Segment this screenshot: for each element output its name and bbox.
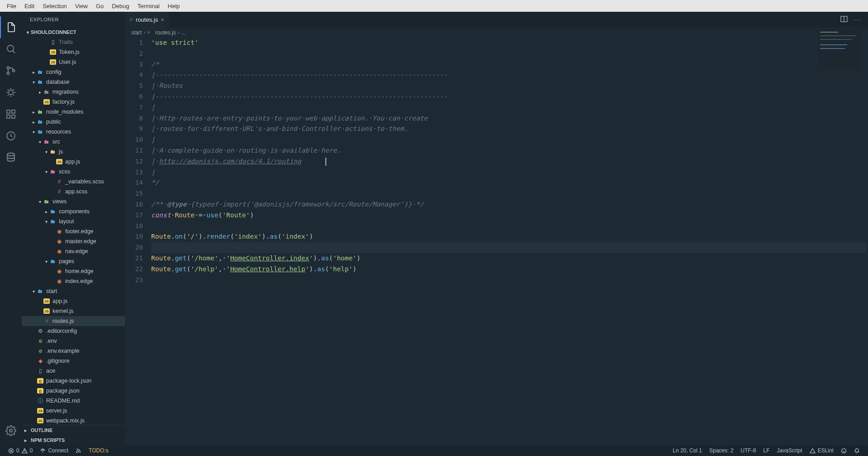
tree-file[interactable]: ◉index.edge bbox=[22, 276, 125, 286]
tree-file[interactable]: JSToken.js bbox=[22, 47, 125, 57]
tree-folder[interactable]: ▾🖿pages bbox=[22, 256, 125, 266]
tree-file[interactable]: JSUser.js bbox=[22, 57, 125, 67]
tree-item-label: server.js bbox=[46, 408, 67, 414]
svg-point-4 bbox=[9, 90, 13, 95]
tree-folder[interactable]: ▾🖿layout bbox=[22, 216, 125, 226]
menu-terminal[interactable]: Terminal bbox=[133, 1, 163, 11]
menu-view[interactable]: View bbox=[71, 1, 92, 11]
folder-icon: 🖿 bbox=[49, 258, 57, 264]
tree-file[interactable]: ◉footer.edge bbox=[22, 226, 125, 236]
outline-section[interactable]: ▸ OUTLINE bbox=[22, 425, 125, 435]
tree-file[interactable]: #_variables.scss bbox=[22, 177, 125, 187]
npm-scripts-section[interactable]: ▸ NPM SCRIPTS bbox=[22, 435, 125, 445]
settings-gear-icon[interactable] bbox=[0, 420, 22, 442]
tree-file[interactable]: JSfactory.js bbox=[22, 97, 125, 107]
breadcrumb-item[interactable]: ... bbox=[181, 29, 186, 36]
menu-selection[interactable]: Selection bbox=[38, 1, 71, 11]
env-icon: ⚙ bbox=[36, 349, 44, 354]
tree-file[interactable]: ◉nav.edge bbox=[22, 246, 125, 256]
eslint-indicator[interactable]: ESLint bbox=[806, 447, 837, 454]
chevron-right-icon: ▸ bbox=[24, 428, 31, 433]
file-tree[interactable]: ▯TraitsJSToken.jsJSUser.js▸🖿config▾🖿data… bbox=[22, 37, 125, 425]
tree-file[interactable]: JSapp.js bbox=[22, 157, 125, 167]
menu-help[interactable]: Help bbox=[164, 1, 184, 11]
tree-folder[interactable]: ▾🖿views bbox=[22, 197, 125, 206]
tree-file[interactable]: {}package.json bbox=[22, 386, 125, 396]
tree-file[interactable]: ⑂routes.js bbox=[22, 316, 125, 326]
tree-file[interactable]: ⓘREADME.md bbox=[22, 396, 125, 406]
tree-folder[interactable]: ▸🖿public bbox=[22, 117, 125, 127]
route-icon: ⑂ bbox=[129, 16, 133, 23]
menu-debug[interactable]: Debug bbox=[108, 1, 133, 11]
tree-folder[interactable]: ▾🖿database bbox=[22, 77, 125, 87]
git-icon: ◆ bbox=[36, 358, 44, 364]
cursor-position[interactable]: Ln 20, Col 1 bbox=[669, 447, 706, 454]
menu-file[interactable]: File bbox=[3, 1, 20, 11]
tree-file[interactable]: ◉home.edge bbox=[22, 266, 125, 276]
menu-go[interactable]: Go bbox=[92, 1, 108, 11]
code-editor[interactable]: 1234567891011121314151617181920212223 'u… bbox=[125, 38, 868, 445]
menu-edit[interactable]: Edit bbox=[20, 1, 38, 11]
more-actions-icon[interactable]: ··· bbox=[854, 16, 862, 23]
split-editor-icon[interactable] bbox=[840, 15, 848, 24]
tree-folder[interactable]: ▸🖿components bbox=[22, 206, 125, 216]
tree-file[interactable]: JSapp.js bbox=[22, 296, 125, 306]
encoding[interactable]: UTF-8 bbox=[737, 447, 760, 454]
tree-folder[interactable]: ▾🖿scss bbox=[22, 167, 125, 177]
tab-routes-js[interactable]: ⑂ routes.js × bbox=[125, 12, 169, 28]
tree-file[interactable]: ⚙.editorconfig bbox=[22, 326, 125, 336]
feedback-icon[interactable] bbox=[837, 447, 850, 454]
tree-file[interactable]: JSserver.js bbox=[22, 406, 125, 416]
eol[interactable]: LF bbox=[760, 447, 773, 454]
tree-folder[interactable]: ▸🖿node_modules bbox=[22, 107, 125, 117]
status-bar: 0 0 Connect TODO:s Ln 20, Col 1 Spaces: … bbox=[0, 445, 868, 456]
clock-icon[interactable] bbox=[0, 125, 22, 147]
tree-file[interactable]: JSkernel.js bbox=[22, 306, 125, 316]
breadcrumbs[interactable]: start › ⑂ routes.js › ... bbox=[125, 28, 868, 38]
search-icon[interactable] bbox=[0, 38, 22, 60]
tree-file[interactable]: ◉master.edge bbox=[22, 236, 125, 246]
tree-folder[interactable]: ▾🖿start bbox=[22, 286, 125, 296]
tree-folder[interactable]: ▸🖿config bbox=[22, 67, 125, 77]
activity-bar bbox=[0, 12, 22, 445]
errors-count: 0 bbox=[16, 447, 19, 454]
indentation[interactable]: Spaces: 2 bbox=[706, 447, 737, 454]
problems-indicator[interactable]: 0 0 bbox=[5, 447, 36, 454]
tree-item-label: app.scss bbox=[65, 188, 87, 195]
chevron-icon: ▸ bbox=[37, 90, 43, 95]
tree-folder[interactable]: ▾🖿resources bbox=[22, 127, 125, 137]
language-mode[interactable]: JavaScript bbox=[773, 447, 806, 454]
tree-folder[interactable]: ▾🖿js bbox=[22, 147, 125, 157]
breadcrumb-item[interactable]: routes.js bbox=[155, 29, 176, 36]
close-icon[interactable]: × bbox=[161, 16, 164, 23]
minimap[interactable] bbox=[818, 29, 862, 70]
tree-file[interactable]: ◆.gitignore bbox=[22, 356, 125, 366]
tree-file[interactable]: #app.scss bbox=[22, 187, 125, 197]
tree-file[interactable]: ▯Traits bbox=[22, 37, 125, 47]
rss-indicator[interactable] bbox=[72, 448, 85, 454]
todos-indicator[interactable]: TODO:s bbox=[85, 447, 112, 454]
breadcrumb-item[interactable]: start bbox=[131, 29, 142, 36]
tree-folder[interactable]: ▸🖿migrations bbox=[22, 87, 125, 97]
tree-item-label: factory.js bbox=[52, 99, 75, 105]
tree-file[interactable]: {}package-lock.json bbox=[22, 376, 125, 386]
project-header[interactable]: ▾ SHOULDCONNECT bbox=[22, 27, 125, 37]
database-icon[interactable] bbox=[0, 147, 22, 168]
code-content[interactable]: 'use strict' /* |-----------------------… bbox=[151, 38, 868, 445]
tree-file[interactable]: JSwebpack.mix.js bbox=[22, 416, 125, 425]
debug-icon[interactable] bbox=[0, 82, 22, 103]
tree-file[interactable]: ⚙.env bbox=[22, 336, 125, 346]
tree-file[interactable]: ▯ace bbox=[22, 366, 125, 376]
source-control-icon[interactable] bbox=[0, 60, 22, 82]
explorer-icon[interactable] bbox=[0, 16, 22, 38]
tree-item-label: .env bbox=[46, 338, 57, 344]
js-icon: JS bbox=[43, 99, 51, 105]
current-line bbox=[151, 242, 866, 253]
tree-file[interactable]: ⚙.env.example bbox=[22, 346, 125, 356]
line-gutter: 1234567891011121314151617181920212223 bbox=[125, 38, 151, 445]
notifications-icon[interactable] bbox=[850, 447, 863, 454]
connect-indicator[interactable]: Connect bbox=[36, 447, 72, 454]
extensions-icon[interactable] bbox=[0, 103, 22, 125]
tree-folder[interactable]: ▾🖿src bbox=[22, 137, 125, 147]
tree-item-label: .editorconfig bbox=[46, 328, 77, 334]
